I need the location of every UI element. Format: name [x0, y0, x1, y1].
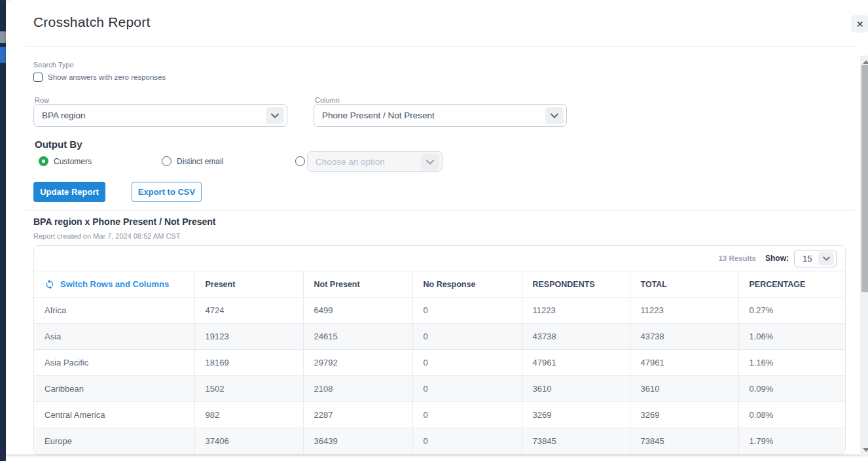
scrollbar-thumb[interactable]: [861, 65, 868, 292]
data-cell: 47961: [630, 350, 738, 376]
page-size-value: 15: [803, 254, 812, 264]
close-button[interactable]: ✕: [851, 15, 868, 33]
section-divider: [26, 210, 856, 211]
output-by-label: Output By: [35, 139, 82, 150]
column-label: Column: [315, 96, 340, 104]
table-body: Africa47246499011223112230.27%Asia191232…: [34, 298, 846, 454]
row-label: Row: [35, 96, 49, 104]
row-label-cell: Asia Pacific: [34, 350, 194, 376]
table-row: Caribbean150221080361036100.09%: [34, 376, 846, 402]
crosshatch-table: Switch Rows and Columns Present Not Pres…: [34, 271, 846, 454]
crosshatch-report-modal: Crosshatch Report ✕ Search Type Show ans…: [6, 0, 868, 454]
update-report-button[interactable]: Update Report: [33, 182, 105, 202]
row-label-cell: Central America: [34, 402, 194, 428]
data-cell: 0: [412, 298, 522, 324]
modal-title: Crosshatch Report: [33, 14, 150, 30]
radio-customers[interactable]: [39, 156, 48, 166]
data-cell: 0: [412, 402, 522, 428]
scroll-down-arrow-icon[interactable]: [863, 448, 868, 452]
data-cell: 1502: [194, 376, 303, 402]
column-select[interactable]: Phone Present / Not Present: [314, 104, 567, 127]
chevron-down-icon: [421, 154, 439, 171]
data-cell: 2108: [303, 376, 412, 402]
column-header-percentage: PERCENTAGE: [738, 271, 846, 298]
table-toolbar: 13 Results Show: 15: [34, 246, 845, 271]
column-header-present: Present: [194, 271, 303, 298]
report-created-timestamp: Report created on Mar 7, 2024 08:52 AM C…: [33, 232, 180, 240]
chevron-down-icon: [818, 252, 834, 265]
data-cell: 47961: [522, 350, 630, 376]
data-cell: 3269: [630, 402, 738, 428]
switch-link-label: Switch Rows and Columns: [60, 279, 169, 289]
row-label-cell: Africa: [34, 298, 194, 324]
search-type-label: Search Type: [33, 61, 74, 69]
data-cell: 18169: [194, 350, 303, 376]
data-cell: 0.09%: [738, 376, 846, 402]
row-label-cell: Asia: [34, 324, 194, 350]
radio-customers-label: Customers: [54, 157, 92, 166]
table-row: Europe3740636439073845738451.79%: [34, 428, 846, 454]
data-cell: 37406: [194, 428, 303, 454]
scroll-up-arrow-icon[interactable]: [863, 60, 868, 64]
data-cell: 2287: [303, 402, 412, 428]
data-cell: 1.06%: [738, 324, 846, 350]
row-select[interactable]: BPA region: [33, 104, 287, 127]
chevron-down-icon: [266, 107, 284, 124]
show-label: Show:: [765, 254, 789, 263]
header-divider: [26, 46, 856, 47]
data-cell: 0: [412, 376, 522, 402]
data-cell: 0.27%: [738, 298, 846, 324]
data-cell: 11223: [630, 298, 738, 324]
data-cell: 4724: [194, 298, 303, 324]
copy-count-select[interactable]: Choose an option: [307, 151, 443, 172]
row-label-cell: Europe: [34, 428, 194, 454]
vertical-scrollbar[interactable]: [860, 56, 868, 456]
background-sidebar-active-item: [0, 47, 6, 63]
chevron-down-icon: [545, 107, 564, 124]
row-select-value: BPA region: [42, 111, 86, 120]
results-count: 13 Results: [718, 254, 756, 262]
data-cell: 36439: [303, 428, 412, 454]
data-cell: 19123: [194, 324, 303, 350]
data-cell: 3269: [522, 402, 630, 428]
switch-rows-columns-link[interactable]: Switch Rows and Columns: [45, 279, 194, 290]
page-size-select[interactable]: 15: [794, 250, 837, 267]
data-cell: 6499: [303, 298, 412, 324]
table-row: Asia Pacific1816929792047961479611.16%: [34, 350, 846, 376]
data-cell: 0: [412, 350, 522, 376]
report-heading: BPA region x Phone Present / Not Present: [33, 216, 216, 227]
data-cell: 0: [412, 324, 522, 350]
zero-responses-checkbox[interactable]: [33, 73, 43, 82]
switch-rows-columns-cell: Switch Rows and Columns: [34, 271, 194, 298]
background-sidebar-item: [0, 31, 6, 43]
column-header-not-present: Not Present: [303, 271, 412, 298]
swap-rows-columns-icon: [45, 279, 55, 290]
radio-copy-count[interactable]: [295, 156, 305, 166]
column-select-value: Phone Present / Not Present: [322, 111, 435, 120]
radio-distinct-email-label: Distinct email: [177, 157, 223, 166]
export-csv-button[interactable]: Export to CSV: [132, 182, 202, 202]
data-cell: 1.79%: [738, 428, 846, 454]
data-cell: 43738: [522, 324, 630, 350]
data-cell: 11223: [522, 298, 630, 324]
background-sidebar-strip: [0, 0, 6, 461]
data-cell: 73845: [630, 428, 738, 454]
column-header-respondents: RESPONDENTS: [522, 271, 630, 298]
data-cell: 0.08%: [738, 402, 846, 428]
page-root: Crosshatch Report ✕ Search Type Show ans…: [0, 0, 868, 461]
data-cell: 73845: [522, 428, 630, 454]
report-table-card: 13 Results Show: 15: [33, 245, 846, 454]
data-cell: 24615: [303, 324, 412, 350]
data-cell: 0: [412, 428, 522, 454]
copy-count-placeholder: Choose an option: [316, 157, 385, 167]
zero-responses-checkbox-label: Show answers with zero responses: [48, 73, 166, 81]
data-cell: 3610: [630, 376, 738, 402]
table-row: Africa47246499011223112230.27%: [34, 298, 846, 324]
column-header-no-response: No Response: [412, 271, 522, 298]
data-cell: 982: [194, 402, 303, 428]
data-cell: 43738: [630, 324, 738, 350]
radio-distinct-email[interactable]: [162, 156, 172, 166]
table-row: Asia1912324615043738437381.06%: [34, 324, 846, 350]
data-cell: 3610: [522, 376, 630, 402]
column-header-total: TOTAL: [630, 271, 738, 298]
